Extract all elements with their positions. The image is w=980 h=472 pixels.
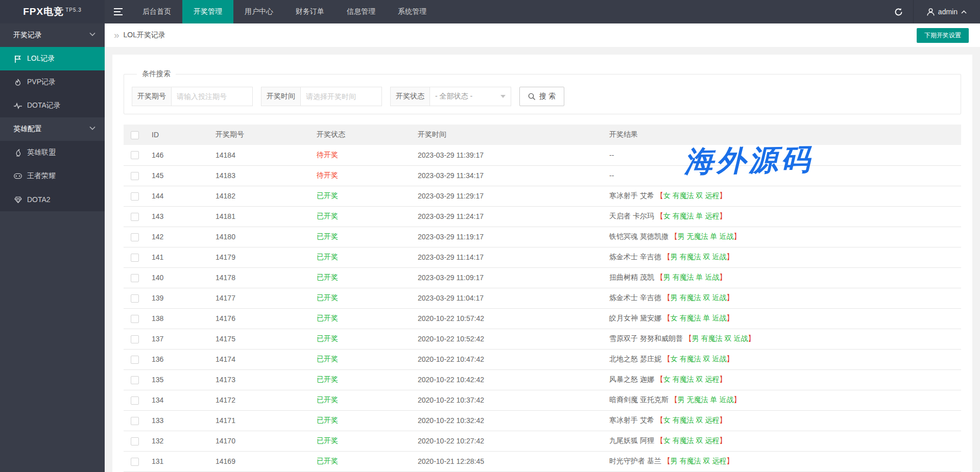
result-hero-name: 暗裔剑魔 亚托克斯 (609, 395, 668, 404)
cell-id: 145 (147, 165, 210, 186)
cell-draw-time: 2023-03-29 11:19:17 (413, 227, 604, 247)
sidebar-group-label: 开奖记录 (13, 31, 42, 40)
cell-issue-number: 14170 (210, 431, 312, 451)
column-header-5: 开奖结果 (604, 125, 961, 145)
search-button[interactable]: 搜 索 (519, 87, 564, 106)
nav-tab-4[interactable]: 财务订单 (284, 0, 336, 23)
cell-draw-status: 已开奖 (312, 206, 413, 227)
search-panel: 条件搜索 开奖期号 开奖时间 开奖状态 - 全部状态 - 搜 索 (124, 69, 961, 114)
cell-draw-time: 2023-03-29 11:04:17 (413, 288, 604, 308)
row-checkbox[interactable] (131, 254, 139, 262)
hamburger-menu-icon[interactable] (105, 0, 131, 23)
sidebar-item-PVP记录[interactable]: PVP记录 (0, 70, 105, 94)
cell-draw-time: 2023-03-29 11:39:17 (413, 145, 604, 165)
sidebar-item-label: DOTA2 (27, 195, 51, 204)
select-all-checkbox[interactable] (131, 131, 139, 139)
table-row: 14614184待开奖2023-03-29 11:39:17-- (124, 145, 961, 165)
cell-issue-number: 14177 (210, 288, 312, 308)
nav-tab-3[interactable]: 用户中心 (233, 0, 284, 23)
cell-draw-status: 已开奖 (312, 369, 413, 390)
cell-id: 133 (147, 410, 210, 431)
row-checkbox[interactable] (131, 274, 139, 282)
nav-tab-6[interactable]: 系统管理 (387, 0, 438, 23)
status-badge: 已开奖 (317, 314, 338, 322)
result-attributes: 女 有魔法 双 远程 (663, 375, 720, 383)
next-draw-settings-button[interactable]: 下期开奖设置 (917, 28, 969, 43)
refresh-icon[interactable] (885, 0, 913, 23)
cell-draw-status: 已开奖 (312, 227, 413, 247)
row-checkbox[interactable] (131, 172, 139, 180)
nav-tab-1[interactable]: 后台首页 (131, 0, 182, 23)
result-attributes: 男 有魔法 双 远程 (671, 457, 727, 465)
sidebar-group-1[interactable]: 开奖记录 (0, 23, 105, 47)
column-header-4: 开奖时间 (413, 125, 604, 145)
row-checkbox[interactable] (131, 437, 139, 445)
sidebar-item-label: LOL记录 (27, 54, 55, 63)
table-row: 13814176已开奖2020-10-22 10:57:42皎月女神 黛安娜 【… (124, 308, 961, 329)
cell-draw-result: 雪原双子 努努和威朗普 【男 有魔法 双 近战】 (604, 329, 961, 349)
sidebar-item-王者荣耀[interactable]: 王者荣耀 (0, 164, 105, 188)
draw-time-input[interactable] (300, 87, 382, 106)
row-checkbox[interactable] (131, 396, 139, 405)
sidebar-item-label: 英雄联盟 (27, 148, 56, 157)
cell-draw-status: 已开奖 (312, 410, 413, 431)
row-checkbox[interactable] (131, 151, 139, 159)
cell-draw-time: 2023-03-29 11:09:17 (413, 267, 604, 288)
row-checkbox[interactable] (131, 213, 139, 221)
sidebar-group-label: 英雄配置 (13, 125, 42, 134)
result-hero-name: 皎月女神 黛安娜 (609, 314, 661, 322)
cell-issue-number: 14181 (210, 206, 312, 227)
breadcrumb: LOL开奖记录 (124, 31, 165, 40)
row-checkbox[interactable] (131, 294, 139, 303)
row-checkbox[interactable] (131, 233, 139, 241)
status-badge: 已开奖 (317, 232, 338, 240)
result-attributes: 女 有魔法 单 远程 (663, 212, 720, 220)
cell-id: 132 (147, 431, 210, 451)
status-badge: 待开奖 (317, 171, 338, 179)
draw-time-label: 开奖时间 (261, 87, 300, 106)
table-row: 14014178已开奖2023-03-29 11:09:17扭曲树精 茂凯 【男… (124, 267, 961, 288)
cell-draw-status: 已开奖 (312, 390, 413, 410)
row-checkbox[interactable] (131, 417, 139, 425)
cell-draw-status: 待开奖 (312, 165, 413, 186)
result-hero-name: 九尾妖狐 阿狸 (609, 436, 654, 444)
sidebar-item-DOTA2[interactable]: DOTA2 (0, 188, 105, 211)
cell-id: 141 (147, 247, 210, 267)
sidebar-item-DOTA记录[interactable]: DOTA记录 (0, 94, 105, 117)
row-checkbox[interactable] (131, 376, 139, 384)
cell-draw-time: 2023-03-29 11:29:17 (413, 186, 604, 206)
result-attributes: 女 有魔法 双 远程 (663, 436, 720, 444)
result-attributes: 女 有魔法 双 近战 (671, 355, 727, 363)
user-menu[interactable]: admin (913, 0, 980, 23)
result-attributes: 女 有魔法 双 远程 (663, 416, 720, 424)
row-checkbox[interactable] (131, 315, 139, 323)
table-row: 13514173已开奖2020-10-22 10:42:42风暴之怒 迦娜 【女… (124, 369, 961, 390)
status-badge: 已开奖 (317, 416, 338, 424)
row-checkbox[interactable] (131, 356, 139, 364)
row-checkbox[interactable] (131, 192, 139, 201)
row-checkbox[interactable] (131, 458, 139, 466)
cell-draw-time: 2020-10-21 12:28:45 (413, 451, 604, 471)
result-hero-name: 天启者 卡尔玛 (609, 212, 654, 220)
app-title: FPX电竞 (23, 5, 64, 18)
sidebar-group-2[interactable]: 英雄配置 (0, 117, 105, 141)
sidebar-item-label: DOTA记录 (27, 101, 61, 110)
issue-number-input[interactable] (171, 87, 253, 106)
cell-draw-result: 寒冰射手 艾希 【女 有魔法 双 远程】 (604, 186, 961, 206)
cell-draw-status: 已开奖 (312, 349, 413, 369)
nav-tab-2[interactable]: 开奖管理 (182, 0, 233, 23)
top-navbar: FPX电竞 TP5.3 后台首页开奖管理用户中心财务订单信息管理系统管理 adm… (0, 0, 980, 23)
table-row: 13114169已开奖2020-10-21 12:28:45时光守护者 基兰 【… (124, 451, 961, 471)
sidebar-item-英雄联盟[interactable]: 英雄联盟 (0, 141, 105, 164)
draw-status-select[interactable]: - 全部状态 - (429, 87, 511, 106)
cell-draw-result: 扭曲树精 茂凯 【男 有魔法 单 近战】 (604, 267, 961, 288)
gamepad-icon (14, 173, 22, 179)
gem-icon (14, 196, 22, 203)
sidebar-item-LOL记录[interactable]: LOL记录 (0, 47, 105, 70)
status-badge: 待开奖 (317, 151, 338, 159)
nav-tab-5[interactable]: 信息管理 (336, 0, 387, 23)
cell-draw-result: 炼金术士 辛吉德 【男 有魔法 双 近战】 (604, 247, 961, 267)
row-checkbox[interactable] (131, 335, 139, 343)
search-panel-legend: 条件搜索 (137, 69, 176, 79)
cell-draw-time: 2020-10-22 10:27:42 (413, 431, 604, 451)
